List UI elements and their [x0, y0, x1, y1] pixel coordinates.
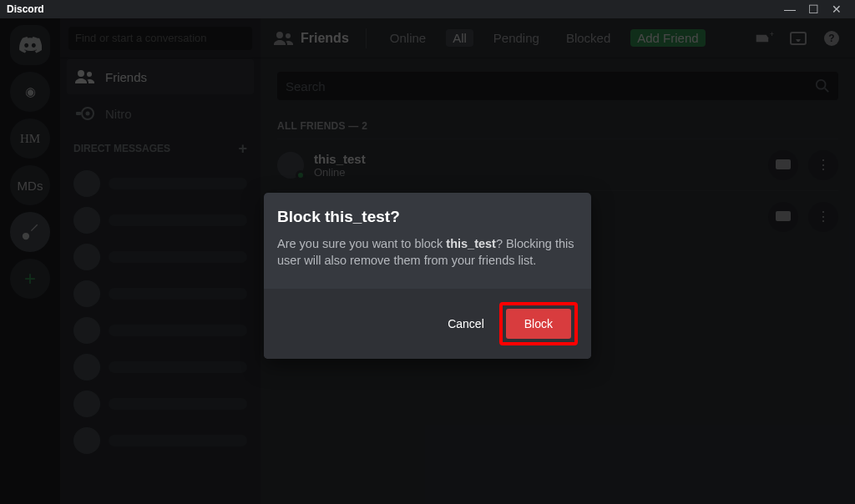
modal-username: this_test [446, 237, 496, 250]
modal-message: Are you sure you want to block this_test… [277, 236, 578, 269]
app-title: Discord [7, 3, 44, 15]
window-close-button[interactable]: ✕ [825, 3, 848, 16]
window-minimize-button[interactable]: — [778, 3, 802, 16]
modal-title: Block this_test? [277, 208, 578, 226]
modal-footer: Cancel Block [264, 289, 591, 359]
window-maximize-button[interactable]: ☐ [802, 3, 825, 16]
modal-text-pre: Are you sure you want to block [277, 237, 446, 250]
window-titlebar: Discord — ☐ ✕ [0, 0, 855, 18]
cancel-button[interactable]: Cancel [448, 317, 484, 330]
block-button[interactable]: Block [506, 309, 571, 339]
highlight-annotation: Block [499, 302, 578, 345]
modal-body: Block this_test? Are you sure you want t… [264, 193, 591, 289]
block-user-modal: Block this_test? Are you sure you want t… [264, 193, 591, 359]
